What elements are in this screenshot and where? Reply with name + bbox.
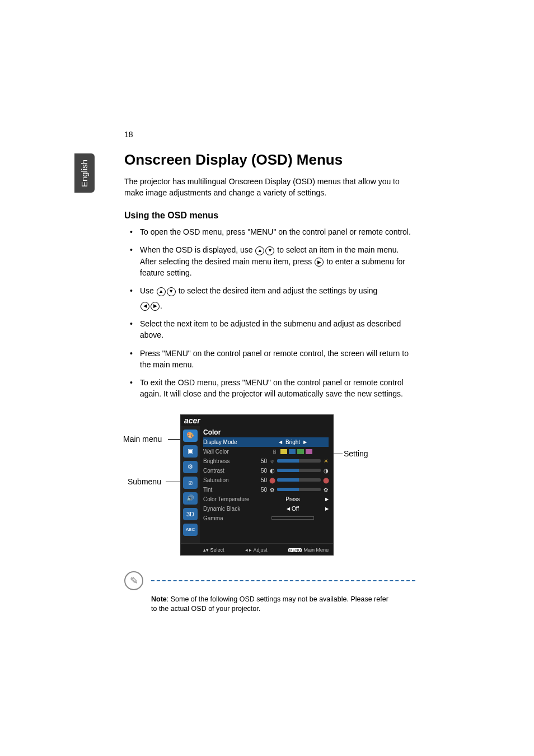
- tint-high-icon: ✿: [323, 487, 329, 493]
- list-item: Press "MENU" on the control panel or rem…: [124, 348, 415, 371]
- osd-row-dynamic-black[interactable]: Dynamic Black ◀ Off ▶: [203, 504, 329, 514]
- note-text: Note: Some of the following OSD settings…: [151, 595, 392, 614]
- list-item: To open the OSD menu, press "MENU" on th…: [124, 226, 415, 237]
- threed-tab-icon[interactable]: 3D: [183, 508, 198, 520]
- left-arrow-icon[interactable]: ◀: [277, 440, 284, 445]
- page-title: Onscreen Display (OSD) Menus: [124, 151, 415, 169]
- right-arrow-icon[interactable]: ▶: [325, 506, 329, 511]
- list-item: To exit the OSD menu, press "MENU" on th…: [124, 377, 415, 400]
- language-tab-icon[interactable]: ABC: [183, 524, 198, 536]
- right-arrow-icon[interactable]: ▶: [325, 497, 329, 502]
- footer-menu-hint: MENUMain Menu: [288, 547, 329, 553]
- note-block: ✎: [124, 571, 415, 590]
- osd-row-label: Display Mode: [203, 439, 255, 445]
- osd-row-contrast[interactable]: Contrast 50 ◐ ◑: [203, 466, 329, 475]
- osd-figure: Main menu Submenu Setting acer 🎨 ▣ ⚙ ⎚ 🔊…: [124, 414, 415, 560]
- footer-select-hint: ▴▾ Select: [203, 547, 224, 553]
- osd-row-brightness[interactable]: Brightness 50 ☼ ☀: [203, 456, 329, 466]
- audio-tab-icon[interactable]: 🔊: [183, 492, 198, 505]
- osd-row-label: Tint: [203, 487, 255, 493]
- osd-row-display-mode[interactable]: Display Mode ◀ Bright ▶: [203, 437, 329, 447]
- osd-row-label: Dynamic Black: [203, 506, 255, 512]
- slider[interactable]: [277, 459, 321, 463]
- note-label: Note: [151, 595, 167, 603]
- up-arrow-icon: ▲: [157, 287, 166, 296]
- osd-row-label: Saturation: [203, 477, 255, 483]
- osd-footer: ▴▾ Select ◂ ▸ Adjust MENUMain Menu: [181, 543, 333, 555]
- right-arrow-icon: ▶: [151, 302, 160, 311]
- instruction-list: To open the OSD menu, press "MENU" on th…: [124, 226, 415, 400]
- section-heading: Using the OSD menus: [124, 211, 415, 221]
- osd-panel-title: Color: [203, 426, 329, 437]
- osd-row-saturation[interactable]: Saturation 50 ⬤ ⬤: [203, 475, 329, 485]
- osd-row-value: Bright: [285, 439, 300, 445]
- image-tab-icon[interactable]: ▣: [183, 445, 198, 458]
- page-content: Onscreen Display (OSD) Menus The project…: [124, 151, 415, 614]
- text-fragment: When the OSD is displayed, use: [140, 245, 255, 254]
- brightness-high-icon: ☀: [323, 458, 329, 464]
- intro-paragraph: The projector has multilingual Onscreen …: [124, 176, 415, 198]
- color-swatch: [289, 449, 296, 454]
- down-arrow-icon: ▼: [265, 246, 274, 255]
- up-arrow-icon: ▲: [255, 246, 264, 255]
- osd-row-value: Off: [292, 506, 299, 512]
- brightness-low-icon: ☼: [269, 458, 275, 464]
- color-swatch: [280, 449, 287, 454]
- list-item: When the OSD is displayed, use ▲▼ to sel…: [124, 244, 415, 278]
- text-fragment: to select the desired item and adjust th…: [179, 286, 378, 295]
- osd-window: acer 🎨 ▣ ⚙ ⎚ 🔊 3D ABC Color Display Mode: [180, 414, 334, 556]
- list-item: Select the next item to be adjusted in t…: [124, 318, 415, 341]
- contrast-low-icon: ◐: [269, 468, 275, 474]
- acer-logo: acer: [181, 415, 333, 426]
- right-arrow-icon[interactable]: ▶: [302, 440, 308, 445]
- osd-row-label: Brightness: [203, 458, 255, 464]
- wallcolor-off-icon: ⍂: [273, 449, 279, 454]
- tint-low-icon: ✿: [269, 487, 275, 493]
- note-icon: ✎: [124, 571, 143, 590]
- settings-tab-icon[interactable]: ⚙: [183, 461, 198, 473]
- osd-row-value: 50: [257, 468, 267, 474]
- left-arrow-icon: ◀: [140, 302, 149, 311]
- callout-submenu: Submenu: [128, 477, 161, 486]
- language-tab: English: [74, 153, 95, 193]
- note-divider: [151, 580, 415, 581]
- osd-row-value: 50: [257, 477, 267, 483]
- color-tab-icon[interactable]: 🎨: [183, 430, 198, 442]
- language-tab-label: English: [80, 159, 90, 186]
- footer-adjust-hint: ◂ ▸ Adjust: [245, 547, 268, 553]
- osd-main-menu-tabs: 🎨 ▣ ⚙ ⎚ 🔊 3D ABC: [181, 426, 200, 543]
- color-swatch: [297, 449, 304, 454]
- note-body: : Some of the following OSD settings may…: [151, 595, 388, 613]
- text-fragment: .: [160, 301, 162, 310]
- osd-row-label: Gamma: [203, 515, 255, 521]
- contrast-high-icon: ◑: [323, 468, 329, 474]
- page-number: 18: [124, 130, 133, 139]
- list-item: Use ▲▼ to select the desired item and ad…: [124, 285, 415, 311]
- osd-row-value: Press: [285, 496, 300, 502]
- osd-row-label: Contrast: [203, 468, 255, 474]
- slider[interactable]: [277, 478, 321, 482]
- osd-row-label: Wall Color: [203, 449, 255, 455]
- osd-row-wall-color[interactable]: Wall Color ⍂: [203, 447, 329, 456]
- color-swatch: [306, 449, 312, 454]
- osd-row-color-temperature[interactable]: Color Temperature Press ▶: [203, 494, 329, 504]
- osd-row-label: Color Temperature: [203, 496, 255, 502]
- osd-row-value: 50: [257, 458, 267, 464]
- saturation-low-icon: ⬤: [269, 477, 275, 483]
- left-arrow-icon[interactable]: ◀: [287, 506, 290, 511]
- right-arrow-icon: ▶: [315, 258, 324, 267]
- text-fragment: Use: [140, 286, 156, 295]
- saturation-high-icon: ⬤: [323, 477, 329, 483]
- down-arrow-icon: ▼: [167, 287, 176, 296]
- osd-row-value: 50: [257, 487, 267, 493]
- callout-setting: Setting: [344, 449, 368, 458]
- callout-main-menu: Main menu: [123, 435, 162, 444]
- management-tab-icon[interactable]: ⎚: [183, 477, 198, 489]
- gamma-bar: [271, 516, 315, 520]
- osd-row-tint[interactable]: Tint 50 ✿ ✿: [203, 485, 329, 494]
- slider[interactable]: [277, 469, 321, 472]
- slider[interactable]: [277, 488, 321, 491]
- osd-submenu-panel: Color Display Mode ◀ Bright ▶ Wall Color…: [200, 426, 333, 543]
- osd-row-gamma[interactable]: Gamma: [203, 514, 329, 523]
